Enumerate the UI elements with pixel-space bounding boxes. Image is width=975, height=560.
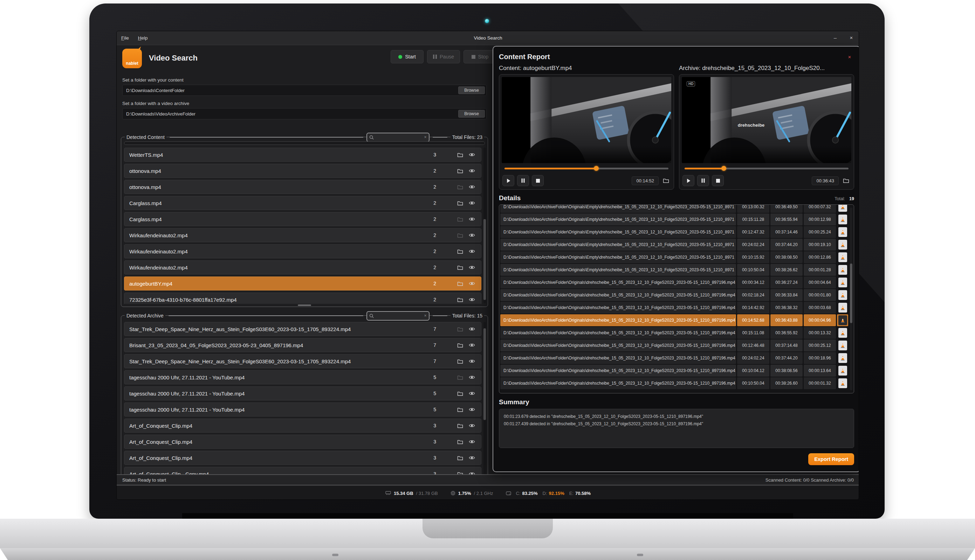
details-row[interactable]: D:\Downloads\VideoArchiveFolder\Original… xyxy=(500,264,848,276)
open-in-vlc-button[interactable] xyxy=(838,353,847,363)
minimize-button[interactable]: – xyxy=(827,31,843,45)
open-folder-icon[interactable] xyxy=(456,185,464,190)
details-row[interactable]: D:\Downloads\VideoArchiveFolder\Original… xyxy=(500,352,848,364)
content-folder-input[interactable] xyxy=(123,85,486,95)
open-folder-icon[interactable] xyxy=(456,359,464,364)
seek-thumb[interactable] xyxy=(594,166,599,171)
archive-file-row[interactable]: tagesschau 2000 Uhr, 27.11.2021 - YouTub… xyxy=(124,370,482,384)
details-row[interactable]: D:\Downloads\VideoArchiveFolder\Original… xyxy=(500,340,848,352)
clear-search-icon[interactable]: × xyxy=(424,135,427,140)
open-folder-icon[interactable] xyxy=(456,152,464,158)
details-row[interactable]: D:\Downloads\VideoArchiveFolder\Original… xyxy=(500,251,848,263)
report-close-icon[interactable]: × xyxy=(845,54,854,60)
content-file-row[interactable]: Wirkaufendeinauto2.mp4 2 xyxy=(124,260,482,274)
open-folder-icon[interactable] xyxy=(456,297,464,302)
preview-eye-icon[interactable] xyxy=(468,327,476,332)
seek-track[interactable] xyxy=(505,168,669,169)
details-row[interactable]: D:\Downloads\VideoArchiveFolder\Original… xyxy=(500,239,848,251)
seek-slider[interactable] xyxy=(502,163,671,173)
stop-button[interactable] xyxy=(532,175,544,186)
archive-list-scrollbar[interactable] xyxy=(483,322,486,480)
open-in-vlc-button[interactable] xyxy=(838,265,847,275)
content-file-row[interactable]: Carglass.mp4 2 xyxy=(124,196,482,210)
open-folder-icon[interactable] xyxy=(456,327,464,332)
preview-eye-icon[interactable] xyxy=(468,200,476,205)
play-button[interactable] xyxy=(682,175,694,186)
open-folder-icon[interactable] xyxy=(456,423,464,428)
content-list-scrollbar[interactable] xyxy=(483,148,486,303)
open-in-vlc-button[interactable] xyxy=(838,290,847,300)
content-file-row[interactable]: 72325e3f-67ba-4310-b76c-8801ffa17e92.mp4… xyxy=(124,293,482,304)
details-row[interactable]: D:\Downloads\VideoArchiveFolder\Original… xyxy=(500,302,848,313)
preview-eye-icon[interactable] xyxy=(468,233,476,238)
archive-file-row[interactable]: Brisant_23_05_2023_04_05_FolgeS2023_2023… xyxy=(124,338,482,352)
archive-file-row[interactable]: Star_Trek_Deep_Space_Nine_Herz_aus_Stein… xyxy=(124,322,482,336)
open-in-vlc-button[interactable] xyxy=(838,278,847,287)
preview-eye-icon[interactable] xyxy=(468,168,476,173)
archive-search-input[interactable] xyxy=(376,313,423,318)
seek-thumb[interactable] xyxy=(721,166,726,171)
open-folder-icon[interactable] xyxy=(456,249,464,254)
open-folder-icon[interactable] xyxy=(456,343,464,348)
open-in-vlc-button[interactable] xyxy=(838,328,847,338)
details-row[interactable]: D:\Downloads\VideoArchiveFolder\Original… xyxy=(500,213,848,225)
details-scrollbar[interactable] xyxy=(850,208,852,390)
open-in-vlc-button[interactable] xyxy=(838,252,847,262)
menu-help[interactable]: Help xyxy=(134,31,152,45)
details-row[interactable]: D:\Downloads\VideoArchiveFolder\Original… xyxy=(500,327,848,339)
open-folder-icon[interactable] xyxy=(456,168,464,173)
open-folder-icon[interactable] xyxy=(456,217,464,222)
pause-button[interactable] xyxy=(517,175,529,186)
open-folder-icon[interactable] xyxy=(456,375,464,380)
preview-eye-icon[interactable] xyxy=(468,152,476,157)
preview-eye-icon[interactable] xyxy=(468,375,476,380)
seek-track[interactable] xyxy=(684,168,848,169)
archive-file-row[interactable]: tagesschau 2000 Uhr, 27.11.2021 - YouTub… xyxy=(124,402,482,417)
open-folder-icon[interactable] xyxy=(456,233,464,238)
archive-search[interactable]: × xyxy=(366,311,430,321)
preview-eye-icon[interactable] xyxy=(468,249,476,254)
open-folder-icon[interactable] xyxy=(456,281,464,286)
stop-button[interactable] xyxy=(712,175,724,186)
preview-eye-icon[interactable] xyxy=(468,265,476,270)
archive-file-row[interactable]: Star_Trek_Deep_Space_Nine_Herz_aus_Stein… xyxy=(124,354,482,368)
clear-search-icon[interactable]: × xyxy=(424,313,427,318)
open-in-vlc-button[interactable] xyxy=(838,215,847,224)
preview-eye-icon[interactable] xyxy=(468,407,476,412)
archive-file-row[interactable]: tagesschau 2000 Uhr, 27.11.2021 - YouTub… xyxy=(124,387,482,400)
archive-browse-button[interactable]: Browse xyxy=(458,110,485,118)
open-file-folder-icon[interactable] xyxy=(841,178,851,183)
open-in-vlc-button[interactable] xyxy=(838,340,847,350)
open-folder-icon[interactable] xyxy=(456,265,464,270)
seek-slider[interactable] xyxy=(682,163,851,173)
open-in-vlc-button[interactable] xyxy=(838,240,847,250)
content-file-row[interactable]: ottonova.mp4 2 xyxy=(124,180,482,194)
content-file-row[interactable]: Wirkaufendeinauto2.mp4 2 xyxy=(124,228,482,242)
details-row[interactable]: D:\Downloads\VideoArchiveFolder\Original… xyxy=(500,204,848,213)
details-row[interactable]: D:\Downloads\VideoArchiveFolder\Original… xyxy=(500,226,848,238)
details-row[interactable]: D:\Downloads\VideoArchiveFolder\Original… xyxy=(500,377,848,389)
content-file-row[interactable]: Wirkaufendeinauto2.mp4 2 xyxy=(124,244,482,258)
open-file-folder-icon[interactable] xyxy=(661,178,671,183)
pause-button[interactable]: Pause xyxy=(427,50,460,63)
preview-eye-icon[interactable] xyxy=(468,281,476,286)
menu-file[interactable]: File xyxy=(117,31,134,45)
play-button[interactable] xyxy=(502,175,514,186)
open-folder-icon[interactable] xyxy=(456,407,464,412)
preview-eye-icon[interactable] xyxy=(468,343,476,348)
open-folder-icon[interactable] xyxy=(456,439,464,445)
preview-eye-icon[interactable] xyxy=(468,359,476,363)
stop-button[interactable]: Stop xyxy=(463,50,497,63)
preview-eye-icon[interactable] xyxy=(468,423,476,428)
export-report-button[interactable]: Export Report xyxy=(808,453,854,465)
preview-eye-icon[interactable] xyxy=(468,185,476,189)
open-folder-icon[interactable] xyxy=(456,455,464,461)
details-row[interactable]: D:\Downloads\VideoArchiveFolder\Original… xyxy=(500,365,848,377)
archive-file-row[interactable]: Art_of_Conquest_Clip.mp4 3 xyxy=(124,418,482,433)
open-in-vlc-button[interactable] xyxy=(838,378,847,388)
preview-eye-icon[interactable] xyxy=(468,455,476,460)
details-row[interactable]: D:\Downloads\VideoArchiveFolder\Original… xyxy=(500,314,848,326)
details-row[interactable]: D:\Downloads\VideoArchiveFolder\Original… xyxy=(500,289,848,301)
details-row[interactable]: D:\Downloads\VideoArchiveFolder\Original… xyxy=(500,277,848,288)
content-file-row[interactable]: ottonova.mp4 2 xyxy=(124,164,482,178)
